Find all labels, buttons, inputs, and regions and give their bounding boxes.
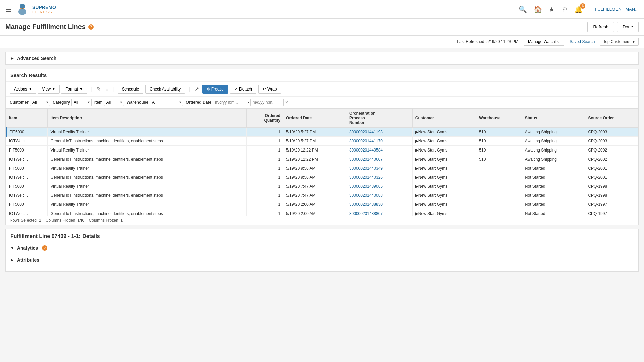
columns-hidden-label: Columns Hidden 146 <box>46 218 86 223</box>
cell-item: IOTWelc... <box>6 173 48 182</box>
svg-point-1 <box>18 8 26 15</box>
format-button[interactable]: Format ▼ <box>61 85 87 94</box>
cell-date: 5/19/20 9:56 AM <box>283 164 346 173</box>
date-from-input[interactable] <box>213 99 246 106</box>
refresh-button[interactable]: Refresh <box>587 22 614 32</box>
hamburger-icon[interactable]: ☰ <box>5 5 11 13</box>
cell-date: 5/19/20 9:56 AM <box>283 173 346 182</box>
bell-icon[interactable]: 🔔 6 <box>574 5 583 13</box>
cell-opn[interactable]: 300000201441193 <box>346 128 412 137</box>
cell-customer: ▶New Start Gyms <box>412 173 476 182</box>
logo-text: SUPREMO FITNESS <box>32 5 56 14</box>
details-title: Fulfillment Line 97409 - 1-1: Details <box>10 233 634 239</box>
page-title-bar: Manage Fulfillment Lines ? Refresh Done <box>0 19 644 36</box>
cell-source-order: CPQ-1998 <box>585 191 638 200</box>
table-row[interactable]: FIT5000Virtual Reality Trainer15/19/20 5… <box>6 128 638 137</box>
cell-warehouse: 510 <box>476 128 522 137</box>
table-row[interactable]: IOTWelc...General IoT instructions, mach… <box>6 209 638 216</box>
table-row[interactable]: FIT5000Virtual Reality Trainer15/19/20 1… <box>6 146 638 155</box>
cell-opn[interactable]: 300000201440349 <box>346 164 412 173</box>
star-icon[interactable]: ★ <box>549 5 555 13</box>
warehouse-select[interactable]: All <box>150 99 183 106</box>
analytics-header[interactable]: ▼ Analytics ? <box>10 243 634 253</box>
cell-warehouse <box>476 191 522 200</box>
cell-description: Virtual Reality Trainer <box>48 146 246 155</box>
col-qty[interactable]: OrderedQuantity <box>246 109 283 128</box>
category-select[interactable]: All <box>71 99 92 106</box>
edit-icon[interactable]: ✎ <box>95 84 102 94</box>
actions-group: Actions ▼ View ▼ Format ▼ <box>10 85 87 94</box>
cell-status: Awaiting Shipping <box>522 146 585 155</box>
col-item[interactable]: Item <box>6 109 48 128</box>
cell-source-order: CPQ-1997 <box>585 200 638 209</box>
flag-icon[interactable]: ⚐ <box>561 5 568 13</box>
schedule-button[interactable]: Schedule <box>118 85 143 94</box>
cell-opn[interactable]: 300000201441170 <box>346 137 412 146</box>
table-row[interactable]: IOTWelc...General IoT instructions, mach… <box>6 137 638 146</box>
freeze-button[interactable]: ❄ Freeze <box>202 85 228 94</box>
attributes-expand-icon: ► <box>10 258 14 262</box>
search-icon[interactable]: 🔍 <box>519 5 527 13</box>
table-row[interactable]: IOTWelc...General IoT instructions, mach… <box>6 191 638 200</box>
col-source-order[interactable]: Source Order <box>585 109 638 128</box>
table-row[interactable]: FIT5000Virtual Reality Trainer15/19/20 7… <box>6 182 638 191</box>
top-customers-dropdown[interactable]: Top Customers ▼ <box>600 38 639 46</box>
manage-watchlist-button[interactable]: Manage Watchlist <box>524 38 564 46</box>
date-clear-icon[interactable]: ✕ <box>285 100 288 105</box>
actions-button[interactable]: Actions ▼ <box>10 85 36 94</box>
filter-bar: Customer All ▼ Category All ▼ It <box>6 97 638 108</box>
col-opn[interactable]: OrchestrationProcessNumber <box>346 109 412 128</box>
customer-select[interactable]: All <box>30 99 50 106</box>
col-status[interactable]: Status <box>522 109 585 128</box>
cell-opn[interactable]: 300000201440326 <box>346 173 412 182</box>
cell-opn[interactable]: 300000201438807 <box>346 209 412 216</box>
cell-item: FIT5000 <box>6 182 48 191</box>
view-button[interactable]: View ▼ <box>38 85 60 94</box>
table-row[interactable]: FIT5000Virtual Reality Trainer15/19/20 2… <box>6 200 638 209</box>
table-row[interactable]: IOTWelc...General IoT instructions, mach… <box>6 173 638 182</box>
view-dropdown-arrow: ▼ <box>52 87 55 91</box>
saved-search-link[interactable]: Saved Search <box>570 39 595 44</box>
col-customer[interactable]: Customer <box>412 109 476 128</box>
done-button[interactable]: Done <box>617 22 639 32</box>
attributes-section: ► Attributes <box>10 255 634 265</box>
cell-description: Virtual Reality Trainer <box>48 200 246 209</box>
cell-source-order: CPQ-2003 <box>585 137 638 146</box>
cell-description: General IoT instructions, machine identi… <box>48 155 246 164</box>
details-section: Fulfillment Line 97409 - 1-1: Details ▼ … <box>5 229 639 272</box>
chevron-down-icon: ▼ <box>632 39 636 44</box>
cell-item: IOTWelc... <box>6 137 48 146</box>
cell-customer: ▶New Start Gyms <box>412 209 476 216</box>
cell-status: Awaiting Shipping <box>522 137 585 146</box>
cell-opn[interactable]: 300000201439065 <box>346 182 412 191</box>
export-icon[interactable]: ↗ <box>193 84 200 94</box>
cell-status: Not Started <box>522 164 585 173</box>
home-icon[interactable]: 🏠 <box>534 5 542 13</box>
columns-icon[interactable]: ≡ <box>104 85 110 94</box>
advanced-search-header[interactable]: ► Advanced Search <box>10 56 634 61</box>
user-menu[interactable]: FULFILLMENT MAN... <box>595 7 639 12</box>
cell-status: Not Started <box>522 191 585 200</box>
cell-opn[interactable]: 300000201440088 <box>346 191 412 200</box>
wrap-button[interactable]: ↩ Wrap <box>258 85 281 94</box>
check-availability-button[interactable]: Check Availability <box>145 85 185 94</box>
detach-button[interactable]: ↗ Detach <box>230 85 256 94</box>
cell-opn[interactable]: 300000201440584 <box>346 146 412 155</box>
cell-date: 5/19/20 5:27 PM <box>283 137 346 146</box>
table-row[interactable]: IOTWelc...General IoT instructions, mach… <box>6 155 638 164</box>
item-select[interactable]: All <box>104 99 124 106</box>
date-to-input[interactable] <box>250 99 284 106</box>
attributes-header[interactable]: ► Attributes <box>10 255 634 265</box>
cell-description: General IoT instructions, machine identi… <box>48 137 246 146</box>
cell-item: FIT5000 <box>6 128 48 137</box>
cell-opn[interactable]: 300000201440607 <box>346 155 412 164</box>
col-description[interactable]: Item Description <box>48 109 246 128</box>
col-date[interactable]: Ordered Date <box>283 109 346 128</box>
cell-status: Not Started <box>522 182 585 191</box>
page-help-icon[interactable]: ? <box>88 24 94 30</box>
col-warehouse[interactable]: Warehouse <box>476 109 522 128</box>
table-row[interactable]: FIT5000Virtual Reality Trainer15/19/20 9… <box>6 164 638 173</box>
cell-status: Awaiting Shipping <box>522 128 585 137</box>
analytics-help-icon[interactable]: ? <box>42 245 47 251</box>
cell-opn[interactable]: 300000201438830 <box>346 200 412 209</box>
